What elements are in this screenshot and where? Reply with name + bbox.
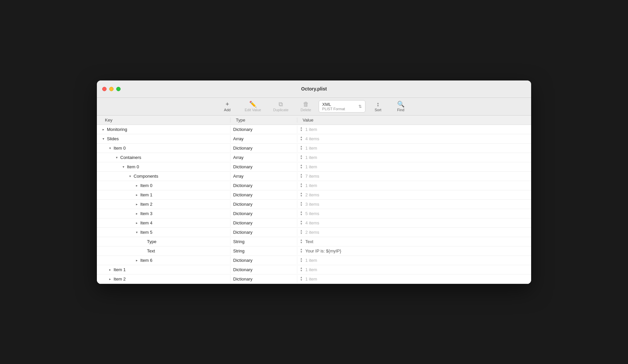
edit-label: Edit Value bbox=[245, 108, 261, 112]
stepper-icon[interactable] bbox=[300, 257, 303, 263]
collapsed-icon[interactable] bbox=[108, 277, 112, 281]
collapsed-icon[interactable] bbox=[101, 128, 106, 131]
main-window: Octory.plist + Add ✏️ Edit Value ⧉ Dupli… bbox=[97, 80, 531, 284]
sort-icon: ↕ bbox=[376, 101, 379, 107]
key-cell: Item 0 bbox=[97, 144, 230, 152]
stepper-icon[interactable] bbox=[300, 201, 303, 207]
key-text: Item 0 bbox=[114, 146, 126, 151]
stepper-icon[interactable] bbox=[300, 276, 303, 282]
expanded-icon[interactable] bbox=[101, 137, 106, 141]
edit-icon: ✏️ bbox=[249, 101, 257, 107]
value-text: 1 item bbox=[305, 155, 317, 160]
collapsed-icon[interactable] bbox=[134, 221, 139, 225]
format-selector[interactable]: XML PLIST Format ⇅ bbox=[319, 100, 365, 113]
value-cell: 1 item bbox=[297, 153, 531, 161]
table-row[interactable]: Item 2Dictionary3 items bbox=[97, 200, 531, 209]
expanded-icon[interactable] bbox=[114, 156, 119, 159]
value-cell: 1 item bbox=[297, 275, 531, 283]
duplicate-button[interactable]: ⧉ Duplicate bbox=[269, 100, 293, 113]
value-text: 7 items bbox=[305, 174, 319, 179]
key-text: Item 2 bbox=[114, 277, 126, 282]
stepper-icon[interactable] bbox=[300, 229, 303, 235]
add-button[interactable]: + Add bbox=[217, 100, 237, 113]
key-text: Item 0 bbox=[140, 183, 152, 188]
value-text: 1 item bbox=[305, 164, 317, 169]
table-row[interactable]: Item 6Dictionary1 item bbox=[97, 256, 531, 265]
collapsed-icon[interactable] bbox=[134, 184, 139, 187]
sort-button[interactable]: ↕ Sort bbox=[368, 100, 388, 113]
find-icon: 🔍 bbox=[397, 101, 405, 107]
stepper-icon[interactable] bbox=[300, 192, 303, 197]
table-row[interactable]: ComponentsArray7 items bbox=[97, 172, 531, 181]
value-text: 1 item bbox=[305, 127, 317, 132]
table-row[interactable]: MonitoringDictionary1 item bbox=[97, 125, 531, 134]
key-cell: Item 4 bbox=[97, 219, 230, 227]
collapsed-icon[interactable] bbox=[108, 268, 112, 271]
value-text: 1 item bbox=[305, 146, 317, 151]
stepper-icon[interactable] bbox=[300, 267, 303, 272]
type-cell: Dictionary bbox=[230, 219, 297, 227]
edit-value-button[interactable]: ✏️ Edit Value bbox=[240, 100, 266, 113]
table-row[interactable]: Item 0Dictionary1 item bbox=[97, 162, 531, 172]
table-row[interactable]: SlidesArray4 items bbox=[97, 134, 531, 144]
duplicate-icon: ⧉ bbox=[279, 101, 283, 107]
close-button[interactable] bbox=[102, 87, 107, 91]
collapsed-icon[interactable] bbox=[134, 193, 139, 197]
value-cell: 5 items bbox=[297, 209, 531, 217]
table-row[interactable]: Item 0Dictionary1 item bbox=[97, 181, 531, 190]
key-text: Item 3 bbox=[140, 211, 152, 216]
minimize-button[interactable] bbox=[109, 87, 114, 91]
key-text: Item 2 bbox=[140, 202, 152, 207]
stepper-icon[interactable] bbox=[300, 183, 303, 188]
table-row[interactable]: TypeStringText bbox=[97, 237, 531, 246]
expanded-icon[interactable] bbox=[128, 174, 132, 178]
value-cell: 1 item bbox=[297, 144, 531, 152]
stepper-icon[interactable] bbox=[300, 145, 303, 151]
stepper-icon[interactable] bbox=[300, 173, 303, 179]
table-row[interactable]: Item 1Dictionary2 items bbox=[97, 190, 531, 200]
value-text: 2 items bbox=[305, 230, 319, 235]
table-row[interactable]: Item 1Dictionary1 item bbox=[97, 265, 531, 275]
key-cell: Text bbox=[97, 247, 230, 255]
table-row[interactable]: Item 2Dictionary1 item bbox=[97, 275, 531, 284]
stepper-icon[interactable] bbox=[300, 220, 303, 225]
stepper-icon[interactable] bbox=[300, 248, 303, 253]
chevron-updown-icon: ⇅ bbox=[358, 104, 362, 109]
window-title: Octory.plist bbox=[301, 86, 327, 92]
collapsed-icon[interactable] bbox=[134, 212, 139, 215]
maximize-button[interactable] bbox=[116, 87, 121, 91]
traffic-lights bbox=[102, 87, 121, 91]
stepper-icon[interactable] bbox=[300, 127, 303, 132]
table-row[interactable]: Item 0Dictionary1 item bbox=[97, 144, 531, 153]
key-cell: Slides bbox=[97, 135, 230, 143]
stepper-icon[interactable] bbox=[300, 136, 303, 141]
stepper-icon[interactable] bbox=[300, 211, 303, 216]
delete-button[interactable]: 🗑 Delete bbox=[296, 100, 316, 113]
table-row[interactable]: TextStringYour IP is: ${myIP} bbox=[97, 246, 531, 256]
collapsed-icon[interactable] bbox=[134, 258, 139, 262]
expanded-icon[interactable] bbox=[108, 146, 112, 150]
find-label: Find bbox=[397, 108, 404, 112]
value-cell: 3 items bbox=[297, 200, 531, 208]
stepper-icon[interactable] bbox=[300, 155, 303, 160]
type-cell: Dictionary bbox=[230, 126, 297, 133]
value-cell: 4 items bbox=[297, 219, 531, 227]
value-text: 1 item bbox=[305, 277, 317, 282]
table-row[interactable]: Item 5Dictionary2 items bbox=[97, 228, 531, 237]
key-text: Type bbox=[147, 239, 156, 244]
format-sub: PLIST Format bbox=[322, 107, 345, 111]
value-cell: 1 item bbox=[297, 163, 531, 171]
table-row[interactable]: ContainersArray1 item bbox=[97, 153, 531, 162]
find-button[interactable]: 🔍 Find bbox=[391, 100, 411, 113]
stepper-icon[interactable] bbox=[300, 239, 303, 244]
stepper-icon[interactable] bbox=[300, 164, 303, 169]
collapsed-icon[interactable] bbox=[134, 202, 139, 206]
table-row[interactable]: Item 3Dictionary5 items bbox=[97, 209, 531, 218]
key-text: Item 4 bbox=[140, 220, 152, 225]
type-cell: Dictionary bbox=[230, 266, 297, 274]
expanded-icon[interactable] bbox=[121, 165, 126, 169]
table-row[interactable]: Item 4Dictionary4 items bbox=[97, 218, 531, 228]
duplicate-label: Duplicate bbox=[273, 108, 289, 112]
expanded-icon[interactable] bbox=[134, 230, 139, 234]
key-cell: Item 6 bbox=[97, 256, 230, 264]
